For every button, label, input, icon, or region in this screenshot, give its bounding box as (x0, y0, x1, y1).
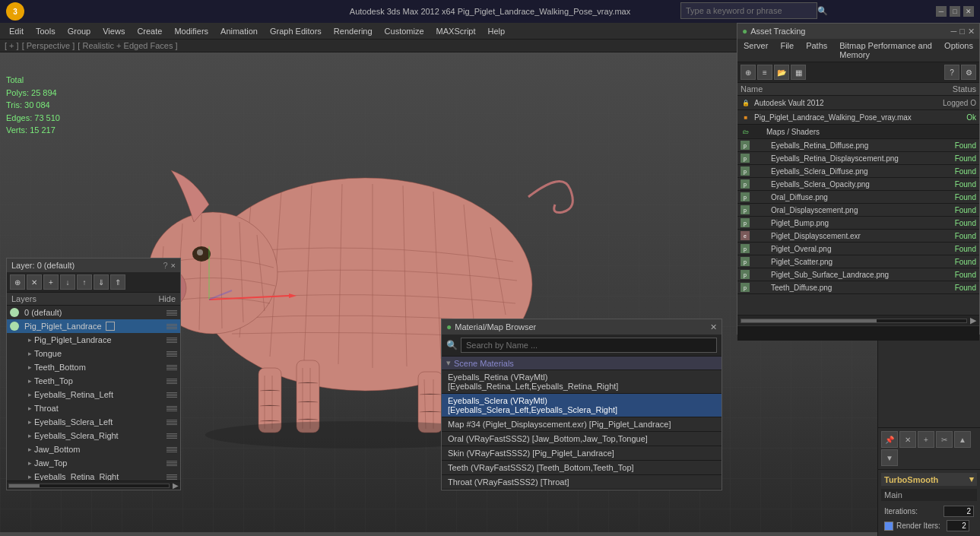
mat-browser-header[interactable]: ● Material/Map Browser ✕ (442, 319, 722, 335)
at-btn-help[interactable]: ? (944, 65, 959, 80)
mod-tool-pin[interactable]: 📌 (881, 431, 898, 448)
menu-item-modifiers[interactable]: Modifiers (168, 25, 214, 37)
maximize-button[interactable]: □ (950, 6, 960, 17)
mod-tool-cut[interactable]: ✂ (936, 431, 953, 448)
at-row-maps[interactable]: 🗁 Maps / Shaders (737, 125, 979, 139)
at-menu-server[interactable]: Server (737, 39, 774, 62)
menu-item-help[interactable]: Help (482, 25, 512, 37)
layer-eye-default[interactable] (10, 308, 19, 317)
menu-item-rendering[interactable]: Rendering (328, 25, 379, 37)
layer-close-button[interactable]: × (171, 261, 176, 270)
mod-tool-add[interactable]: + (918, 431, 934, 448)
at-row-10[interactable]: e Piglet_Displayscement.exr Found (737, 230, 979, 243)
at-row-12[interactable]: p Piglet_Scatter.png Found (737, 255, 979, 268)
layer-item-tongue[interactable]: ▸ Tongue (16, 347, 180, 360)
layer-item-pig-obj[interactable]: ▸ Pig_Piglet_Landrace (16, 333, 180, 347)
layer-tool-3[interactable]: + (43, 274, 59, 290)
at-list[interactable]: 🔒 Autodesk Vault 2012 Logged O ■ Pig_Pig… (737, 96, 979, 315)
at-row-vault[interactable]: 🔒 Autodesk Vault 2012 Logged O (737, 96, 979, 110)
mat-item-3[interactable]: Oral (VRayFastSSS2) [Jaw_Bottom,Jaw_Top,… (442, 432, 722, 446)
at-row-13[interactable]: p Piglet_Sub_Surface_Landrace.png Found (737, 268, 979, 281)
at-row-3[interactable]: p Eyeballs_Retina_Diffuse.png Found (737, 139, 979, 152)
mat-section[interactable]: ▾ Scene Materials (442, 357, 722, 370)
layer-scroll-right[interactable]: ▶ (173, 481, 179, 490)
layer-check-pig[interactable] (106, 322, 115, 331)
mat-item-0[interactable]: Eyeballs_Retina (VRayMtl) [Eyeballs_Reti… (442, 370, 722, 394)
at-row-14[interactable]: p Teeth_Diffuse.png Found (737, 281, 979, 294)
close-button[interactable]: ✕ (963, 6, 974, 17)
at-btn-4[interactable]: ▦ (791, 65, 806, 80)
layer-help-button[interactable]: ? (163, 261, 167, 270)
layer-item-throat[interactable]: ▸ Throat (16, 401, 180, 415)
menu-item-group[interactable]: Group (62, 25, 97, 37)
mat-item-5[interactable]: Teeth (VRayFastSSS2) [Teeth_Bottom,Teeth… (442, 461, 722, 475)
render-iters-input[interactable] (947, 520, 969, 531)
menu-item-create[interactable]: Create (131, 25, 168, 37)
mod-tool-down[interactable]: ▼ (881, 449, 898, 466)
layer-eye-pig[interactable] (10, 322, 19, 331)
menu-item-maxscript[interactable]: MAXScript (430, 25, 482, 37)
menu-item-graph-editors[interactable]: Graph Editors (264, 25, 328, 37)
mat-item-1[interactable]: Eyeballs_Sclera (VRayMtl) [Eyeballs_Scle… (442, 394, 722, 417)
mat-search-input[interactable] (461, 338, 717, 353)
at-menu-file[interactable]: File (774, 39, 800, 62)
at-input[interactable] (741, 329, 976, 338)
layer-tool-7[interactable]: ⇑ (110, 274, 125, 290)
search-input[interactable] (680, 2, 817, 19)
layer-item-teeth-top[interactable]: ▸ Teeth_Top (16, 374, 180, 388)
menu-item-animation[interactable]: Animation (214, 25, 264, 37)
layer-item-retina-right[interactable]: ▸ Eyeballs_Retina_Right (16, 470, 180, 480)
menu-item-edit[interactable]: Edit (3, 25, 30, 37)
mat-close[interactable]: ✕ (710, 322, 717, 332)
at-btn-1[interactable]: ⊕ (741, 65, 756, 80)
layer-item-jaw-bottom[interactable]: ▸ Jaw_Bottom (16, 442, 180, 456)
mod-tool-up[interactable]: ▲ (954, 431, 971, 448)
at-row-max[interactable]: ■ Pig_Piglet_Landrace_Walking_Pose_vray.… (737, 110, 979, 125)
layer-item-jaw-top[interactable]: ▸ Jaw_Top (16, 456, 180, 470)
layer-list[interactable]: 0 (default) Pig_Piglet_Landrace ▸ Pig_Pi… (7, 306, 180, 480)
layer-tool-5[interactable]: ↑ (77, 274, 92, 290)
at-scroll-thumb[interactable] (741, 319, 877, 322)
at-row-11[interactable]: p Piglet_Overal.png Found (737, 243, 979, 255)
at-btn-2[interactable]: ≡ (757, 65, 772, 80)
at-scrollbar[interactable]: ▶ (737, 315, 979, 325)
at-scroll-right[interactable]: ▶ (970, 316, 976, 325)
layer-item-teeth-bottom[interactable]: ▸ Teeth_Bottom (16, 360, 180, 374)
at-menu-bitmap[interactable]: Bitmap Performance and Memory (833, 39, 938, 62)
at-title-bar[interactable]: ● Asset Tracking ─ □ ✕ (737, 24, 979, 39)
layer-item-sclera-left[interactable]: ▸ Eyeballs_Sclera_Left (16, 415, 180, 429)
layer-scroll-thumb[interactable] (9, 484, 40, 487)
layer-panel-header[interactable]: Layer: 0 (default) ? × (7, 258, 180, 272)
at-row-4[interactable]: p Eyeballs_Retina_Displayscement.png Fou… (737, 152, 979, 165)
layer-item-default[interactable]: 0 (default) (7, 306, 180, 319)
layer-item-pig[interactable]: Pig_Piglet_Landrace (7, 319, 180, 333)
at-minimize[interactable]: ─ (951, 27, 957, 36)
layer-item-sclera-right[interactable]: ▸ Eyeballs_Sclera_Right (16, 429, 180, 442)
at-btn-3[interactable]: 📂 (774, 65, 789, 80)
render-iters-checkbox[interactable] (884, 522, 893, 531)
at-maximize[interactable]: □ (959, 27, 965, 36)
at-row-5[interactable]: p Eyeballs_Sclera_Diffuse.png Found (737, 165, 979, 178)
layer-tool-4[interactable]: ↓ (60, 274, 75, 290)
mat-item-4[interactable]: Skin (VRayFastSSS2) [Pig_Piglet_Landrace… (442, 446, 722, 461)
layer-scroll-track[interactable] (8, 484, 170, 488)
layer-tool-2[interactable]: ✕ (27, 274, 42, 290)
at-row-8[interactable]: p Oral_Displayscement.png Found (737, 204, 979, 217)
layer-tool-1[interactable]: ⊕ (10, 274, 25, 290)
menu-item-tools[interactable]: Tools (30, 25, 62, 37)
minimize-button[interactable]: ─ (936, 6, 947, 17)
at-menu-paths[interactable]: Paths (800, 39, 833, 62)
mod-tool-delete[interactable]: ✕ (899, 431, 916, 448)
menu-item-views[interactable]: Views (97, 25, 131, 37)
at-scroll-track[interactable] (741, 319, 967, 323)
menu-item-customize[interactable]: Customize (379, 25, 430, 37)
at-row-6[interactable]: p Eyeballs_Sclera_Opacity.png Found (737, 178, 979, 191)
at-row-7[interactable]: p Oral_Diffuse.png Found (737, 191, 979, 204)
layer-tool-6[interactable]: ⇓ (94, 274, 109, 290)
layer-item-eyeballs-retina-left[interactable]: ▸ Eyeballs_Retina_Left (16, 388, 180, 401)
layer-scrollbar[interactable]: ▶ (7, 480, 180, 490)
search-bar[interactable]: 🔍 (680, 2, 828, 19)
at-close[interactable]: ✕ (968, 27, 975, 36)
at-btn-settings[interactable]: ⚙ (961, 65, 976, 80)
at-menu-options[interactable]: Options (938, 39, 979, 62)
